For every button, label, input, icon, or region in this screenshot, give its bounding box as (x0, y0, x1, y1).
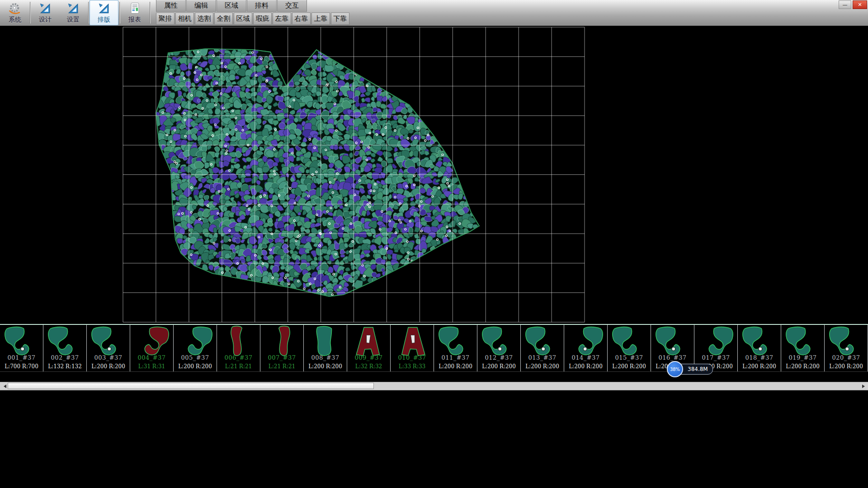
piece-thumbnail[interactable]: 003_#37L:200 R:200 (87, 325, 130, 371)
piece-lr-label: L:32 R:32 (347, 363, 390, 370)
piece-shape (435, 325, 476, 358)
piece-lr-label: L:700 R:700 (0, 363, 43, 370)
piece-thumbnail[interactable]: 005_#37L:200 R:200 (174, 325, 217, 371)
piece-thumbnail[interactable]: 011_#37L:200 R:200 (434, 325, 477, 371)
scroll-left-button[interactable] (0, 382, 8, 390)
toolbar-button-settings[interactable]: 设置 (59, 0, 87, 25)
piece-id-label: 014_#37 (564, 354, 607, 361)
piece-thumbnail[interactable]: 014_#37L:200 R:200 (564, 325, 608, 371)
tool-button-snap-bottom[interactable]: 下靠 (331, 13, 349, 25)
tool-button-cut-all[interactable]: 全割 (214, 13, 233, 25)
menu-tab-nest[interactable]: 排料 (247, 0, 277, 12)
piece-lr-label: L:200 R:200 (781, 363, 824, 370)
piece-lr-label: L:21 R:21 (217, 363, 260, 370)
menu-tab-row: 属性编辑区域排料交互 (156, 0, 350, 12)
nesting-canvas[interactable] (0, 26, 868, 324)
toolbar-button-system[interactable]: 系统 (1, 0, 29, 25)
piece-id-label: 004_#37 (130, 354, 173, 361)
piece-shape (261, 325, 303, 358)
toolbar-button-label: 系统 (9, 16, 21, 24)
report-doc-icon (128, 2, 142, 15)
piece-id-label: 017_#37 (694, 354, 737, 361)
piece-shape (826, 325, 867, 358)
toolbar-separator (150, 2, 150, 23)
piece-thumbnail[interactable]: 007_#37L:21 R:21 (260, 325, 304, 371)
window-controls: — ✕ (839, 0, 867, 9)
piece-thumbnail[interactable]: 001_#37L:700 R:700 (0, 325, 43, 371)
pieces-strip: 001_#37L:700 R:700002_#37L:132 R:132003_… (0, 324, 868, 372)
toolbar-button-design[interactable]: 设计 (31, 0, 59, 25)
titlebar: 系统设计设置排版报表 属性编辑区域排料交互 聚排相机选割全割区域瑕疵左靠右靠上靠… (0, 0, 868, 26)
piece-shape (782, 325, 824, 358)
progress-indicator: 38% (667, 361, 683, 377)
piece-shape (175, 325, 216, 358)
piece-shape (348, 325, 390, 358)
canvas-svg (0, 26, 868, 324)
scrollbar-thumb[interactable] (8, 383, 374, 389)
menu-tab-interact[interactable]: 交互 (277, 0, 307, 12)
piece-thumbnail[interactable]: 019_#37L:200 R:200 (781, 325, 825, 371)
piece-thumbnail[interactable]: 015_#37L:200 R:200 (608, 325, 651, 371)
tool-button-region[interactable]: 区域 (234, 13, 252, 25)
tool-button-cluster-nest[interactable]: 聚排 (156, 13, 175, 25)
piece-id-label: 001_#37 (0, 354, 43, 361)
piece-thumbnail[interactable]: 018_#37L:200 R:200 (738, 325, 781, 371)
tool-button-snap-right[interactable]: 右靠 (292, 13, 311, 25)
piece-thumbnail[interactable]: 004_#37L:31 R:31 (130, 325, 174, 371)
piece-lr-label: L:200 R:200 (174, 363, 217, 370)
menu-area: 属性编辑区域排料交互 聚排相机选割全割区域瑕疵左靠右靠上靠下靠 (156, 0, 350, 25)
tool-button-snap-top[interactable]: 上靠 (311, 13, 330, 25)
piece-thumbnail[interactable]: 002_#37L:132 R:132 (43, 325, 87, 371)
main-toolbar: 系统设计设置排版报表 (1, 0, 151, 25)
piece-lr-label: L:200 R:200 (825, 363, 868, 370)
piece-id-label: 018_#37 (738, 354, 781, 361)
toolbar-button-nesting[interactable]: 排版 (90, 0, 118, 25)
piece-thumbnail[interactable]: 006_#37L:21 R:21 (217, 325, 260, 371)
piece-id-label: 019_#37 (781, 354, 824, 361)
piece-lr-label: L:200 R:200 (477, 363, 520, 370)
menu-tab-edit[interactable]: 编辑 (186, 0, 216, 12)
piece-id-label: 013_#37 (521, 354, 564, 361)
nesting-ruler-icon (97, 2, 111, 15)
menu-tab-properties[interactable]: 属性 (156, 0, 186, 12)
piece-shape (522, 325, 563, 358)
piece-id-label: 020_#37 (825, 354, 868, 361)
piece-shape (652, 325, 693, 358)
menu-tab-region[interactable]: 区域 (217, 0, 246, 12)
piece-thumbnail[interactable]: 008_#37L:200 R:200 (304, 325, 347, 371)
minimize-button[interactable]: — (839, 0, 851, 9)
piece-lr-label: L:200 R:200 (304, 363, 347, 370)
piece-shape (609, 325, 650, 358)
toolbar-button-label: 设计 (39, 16, 52, 24)
tool-button-camera[interactable]: 相机 (175, 13, 194, 25)
toolbar-button-label: 设置 (67, 16, 80, 24)
piece-thumbnail[interactable]: 013_#37L:200 R:200 (521, 325, 564, 371)
piece-shape (131, 325, 173, 358)
horizontal-scrollbar[interactable] (0, 382, 868, 390)
tool-button-snap-left[interactable]: 左靠 (273, 13, 291, 25)
piece-id-label: 003_#37 (87, 354, 130, 361)
tool-button-defect[interactable]: 瑕疵 (253, 13, 272, 25)
close-button[interactable]: ✕ (853, 0, 867, 9)
tool-button-select-cut[interactable]: 选割 (195, 13, 213, 25)
piece-shape (88, 325, 129, 358)
settings-ruler-icon (66, 2, 80, 15)
piece-id-label: 006_#37 (217, 354, 260, 361)
toolbar-separator (30, 2, 30, 23)
scroll-right-button[interactable] (860, 382, 868, 390)
toolbar-button-report[interactable]: 报表 (121, 0, 149, 25)
piece-shape (305, 325, 346, 358)
piece-id-label: 010_#37 (391, 354, 434, 361)
piece-thumbnail[interactable]: 010_#37L:33 R:33 (391, 325, 434, 371)
piece-thumbnail[interactable]: 009_#37L:32 R:32 (347, 325, 391, 371)
toolbar-button-label: 报表 (128, 16, 141, 24)
piece-lr-label: L:31 R:31 (130, 363, 173, 370)
piece-lr-label: L:33 R:33 (391, 363, 434, 370)
toolbar-separator (119, 2, 120, 23)
toolbar-button-label: 排版 (98, 16, 110, 24)
piece-thumbnail[interactable]: 012_#37L:200 R:200 (477, 325, 521, 371)
piece-lr-label: L:200 R:200 (434, 363, 477, 370)
piece-id-label: 015_#37 (608, 354, 651, 361)
piece-lr-label: L:132 R:132 (43, 363, 86, 370)
piece-thumbnail[interactable]: 020_#37L:200 R:200 (825, 325, 868, 371)
